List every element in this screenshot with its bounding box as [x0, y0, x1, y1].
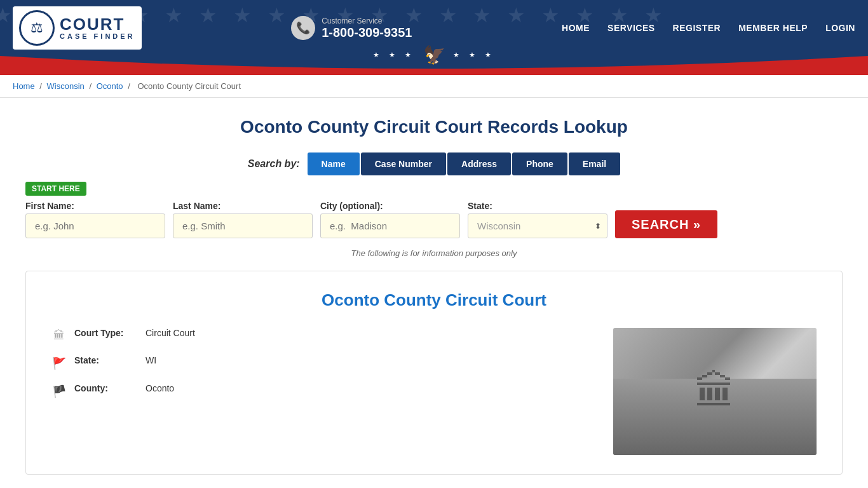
logo-box: ⚖ COURT CASE FINDER: [13, 6, 142, 50]
logo-text: COURT CASE FINDER: [60, 16, 135, 40]
nav-login[interactable]: LOGIN: [825, 23, 855, 33]
court-card-title: Oconto County Circuit Court: [51, 290, 817, 310]
last-name-input[interactable]: [173, 214, 313, 238]
location-icon: 🏴: [51, 384, 67, 398]
flag-icon: 🚩: [51, 356, 67, 370]
city-input[interactable]: [320, 214, 460, 238]
breadcrumb-sep-1: /: [39, 81, 44, 91]
nav-home[interactable]: HOME: [562, 23, 590, 33]
state-info-value: WI: [146, 355, 156, 365]
customer-service-label: Customer Service: [322, 17, 412, 25]
state-select-wrapper: Wisconsin Alabama Alaska Arizona Califor…: [468, 214, 607, 238]
phone-area: 📞 Customer Service 1-800-309-9351: [291, 16, 412, 40]
tab-address[interactable]: Address: [447, 152, 511, 175]
page-title: Oconto County Circuit Court Records Look…: [25, 117, 843, 137]
phone-info: Customer Service 1-800-309-9351: [322, 17, 412, 40]
start-here-badge: START HERE: [25, 182, 86, 196]
breadcrumb-current: Oconto County Circuit Court: [137, 81, 241, 91]
search-button[interactable]: SEARCH »: [615, 210, 717, 238]
stars-right: ★ ★ ★: [453, 51, 495, 59]
nav-services[interactable]: SERVICES: [607, 23, 655, 33]
tab-name[interactable]: Name: [308, 152, 360, 175]
wave-area: ★ ★ ★ 🦅 ★ ★ ★: [0, 56, 868, 75]
logo-case-finder-label: CASE FINDER: [60, 32, 135, 40]
county-row: 🏴 County: Oconto: [51, 383, 588, 398]
first-name-input[interactable]: [25, 214, 165, 238]
court-image: [613, 328, 817, 455]
first-name-label: First Name:: [25, 201, 165, 211]
last-name-group: Last Name:: [173, 201, 313, 238]
search-tabs-row: Search by: Name Case Number Address Phon…: [25, 152, 843, 175]
main-nav: HOME SERVICES REGISTER MEMBER HELP LOGIN: [562, 23, 855, 33]
search-by-label: Search by:: [248, 158, 300, 170]
building-icon: 🏛: [51, 329, 67, 342]
main-content: Oconto County Circuit Court Records Look…: [0, 98, 868, 487]
breadcrumb-sep-2: /: [89, 81, 93, 91]
state-info-label: State:: [74, 355, 138, 365]
city-label: City (optional):: [320, 201, 460, 211]
breadcrumb-state[interactable]: Wisconsin: [47, 81, 85, 91]
first-name-group: First Name:: [25, 201, 165, 238]
county-value: Oconto: [146, 383, 174, 393]
eagle-area: ★ ★ ★ 🦅 ★ ★ ★: [373, 44, 494, 65]
tab-case-number[interactable]: Case Number: [361, 152, 446, 175]
county-label: County:: [74, 383, 138, 393]
court-info-table: 🏛 Court Type: Circuit Court 🚩 State: WI …: [51, 328, 588, 455]
court-type-row: 🏛 Court Type: Circuit Court: [51, 328, 588, 342]
court-image-area: [613, 328, 817, 455]
city-group: City (optional):: [320, 201, 460, 238]
logo-emblem-icon: ⚖: [19, 10, 55, 46]
breadcrumb: Home / Wisconsin / Oconto / Oconto Count…: [0, 75, 868, 98]
phone-number: 1-800-309-9351: [322, 25, 412, 40]
court-card-body: 🏛 Court Type: Circuit Court 🚩 State: WI …: [51, 328, 817, 455]
logo-area: ⚖ COURT CASE FINDER: [13, 6, 142, 50]
stars-left: ★ ★ ★: [373, 51, 415, 59]
nav-register[interactable]: REGISTER: [673, 23, 721, 33]
breadcrumb-sep-3: /: [128, 81, 132, 91]
state-select[interactable]: Wisconsin Alabama Alaska Arizona Califor…: [468, 214, 607, 238]
state-label: State:: [468, 201, 607, 211]
phone-icon: 📞: [291, 16, 315, 40]
breadcrumb-home[interactable]: Home: [13, 81, 35, 91]
nav-member-help[interactable]: MEMBER HELP: [738, 23, 808, 33]
breadcrumb-county[interactable]: Oconto: [97, 81, 123, 91]
eagle-icon: 🦅: [423, 44, 445, 65]
search-form: First Name: Last Name: City (optional): …: [25, 201, 843, 238]
tab-email[interactable]: Email: [569, 152, 620, 175]
last-name-label: Last Name:: [173, 201, 313, 211]
court-card: Oconto County Circuit Court 🏛 Court Type…: [25, 271, 843, 475]
state-group: State: Wisconsin Alabama Alaska Arizona …: [468, 201, 607, 238]
tab-phone[interactable]: Phone: [512, 152, 567, 175]
court-type-value: Circuit Court: [146, 328, 195, 338]
state-row: 🚩 State: WI: [51, 355, 588, 370]
court-type-label: Court Type:: [74, 328, 138, 338]
info-note: The following is for information purpose…: [25, 248, 843, 258]
logo-court-label: COURT: [60, 16, 125, 32]
